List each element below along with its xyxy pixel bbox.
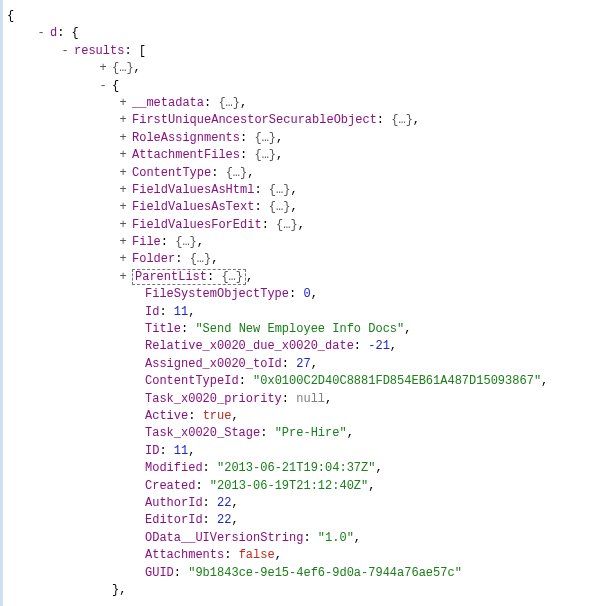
collapse-toggle[interactable]: -	[59, 43, 71, 60]
json-row: +__metadata: {…},	[7, 95, 596, 112]
expand-toggle[interactable]: +	[117, 199, 129, 216]
expand-toggle[interactable]: +	[117, 130, 129, 147]
json-row: },	[7, 582, 596, 599]
expand-toggle[interactable]: +	[117, 182, 129, 199]
expand-toggle[interactable]: +	[117, 95, 129, 112]
json-row: Id: 11,	[7, 304, 596, 321]
json-row: +ContentType: {…},	[7, 165, 596, 182]
json-row: +FirstUniqueAncestorSecurableObject: {…}…	[7, 112, 596, 129]
expand-toggle[interactable]: +	[117, 234, 129, 251]
json-row: +RoleAssignments: {…},	[7, 130, 596, 147]
expand-toggle[interactable]: +	[117, 251, 129, 268]
json-row: OData__UIVersionString: "1.0",	[7, 530, 596, 547]
json-row: +File: {…},	[7, 234, 596, 251]
json-row: Assigned_x0020_toId: 27,	[7, 356, 596, 373]
json-row: Relative_x0020_due_x0020_date: -21,	[7, 338, 596, 355]
expand-toggle[interactable]: +	[117, 269, 129, 286]
expand-toggle[interactable]: +	[117, 147, 129, 164]
json-row: FileSystemObjectType: 0,	[7, 286, 596, 303]
json-row: +ParentList: {…},	[7, 269, 596, 286]
collapse-toggle[interactable]: -	[35, 25, 47, 42]
json-row: Created: "2013-06-19T21:12:40Z",	[7, 478, 596, 495]
json-row: +Folder: {…},	[7, 251, 596, 268]
json-row: -results: [	[7, 43, 596, 60]
json-row: EditorId: 22,	[7, 512, 596, 529]
expand-toggle[interactable]: +	[117, 217, 129, 234]
expand-toggle[interactable]: +	[97, 60, 109, 77]
collapse-toggle[interactable]: -	[97, 78, 109, 95]
json-row: Attachments: false,	[7, 547, 596, 564]
json-row: Title: "Send New Employee Info Docs",	[7, 321, 596, 338]
json-row: +FieldValuesAsText: {…},	[7, 199, 596, 216]
json-row: ContentTypeId: "0x0100C2D40C8881FD854EB6…	[7, 373, 596, 390]
json-row: Active: true,	[7, 408, 596, 425]
json-row: +{…},	[7, 60, 596, 77]
json-row: +FieldValuesForEdit: {…},	[7, 217, 596, 234]
json-row: Task_x0020_Stage: "Pre-Hire",	[7, 425, 596, 442]
json-row: GUID: "9b1843ce-9e15-4ef6-9d0a-7944a76ae…	[7, 565, 596, 582]
json-row: Task_x0020_priority: null,	[7, 391, 596, 408]
json-row: -d: {	[7, 25, 596, 42]
json-row: +AttachmentFiles: {…},	[7, 147, 596, 164]
json-row: -{	[7, 78, 596, 95]
json-row: AuthorId: 22,	[7, 495, 596, 512]
json-row: ID: 11,	[7, 443, 596, 460]
highlighted-property: ParentList: {…}	[132, 269, 246, 285]
expand-toggle[interactable]: +	[117, 112, 129, 129]
expand-toggle[interactable]: +	[117, 165, 129, 182]
json-row: Modified: "2013-06-21T19:04:37Z",	[7, 460, 596, 477]
json-row: {	[7, 8, 596, 25]
json-row: +FieldValuesAsHtml: {…},	[7, 182, 596, 199]
